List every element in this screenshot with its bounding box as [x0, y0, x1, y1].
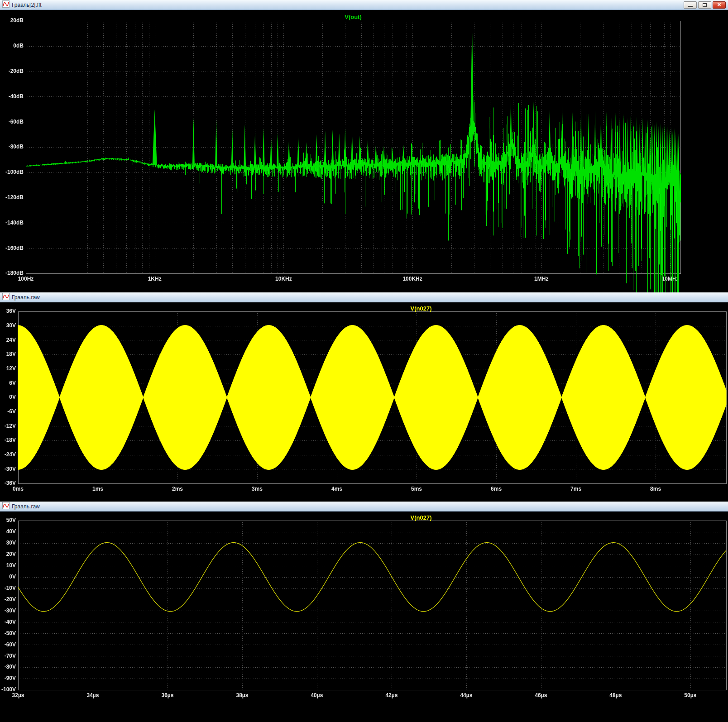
window-sine: Грааль.raw V(n027) [0, 502, 728, 722]
window-title: Грааль.raw [12, 503, 40, 510]
close-button[interactable]: ✕ [713, 1, 726, 9]
titlebar-sine[interactable]: Грааль.raw [0, 502, 728, 512]
restore-button[interactable] [698, 1, 711, 9]
sine-client-area: V(n027) [0, 512, 728, 722]
waveform-icon [2, 293, 10, 302]
titlebar-envelope[interactable]: Грааль.raw [0, 292, 728, 302]
titlebar-fft[interactable]: Грааль[2].fft ✕ [0, 0, 728, 10]
waveform-icon [2, 502, 10, 511]
restore-icon [703, 3, 707, 7]
trace-label-vout[interactable]: V(out) [26, 14, 680, 20]
fft-client-area: V(out) [0, 10, 728, 292]
envelope-plot-canvas[interactable] [0, 302, 728, 502]
window-title: Грааль[2].fft [12, 2, 42, 8]
minimize-button[interactable] [684, 1, 697, 9]
sine-plot-canvas[interactable] [0, 512, 728, 722]
window-fft: Грааль[2].fft ✕ V(out) [0, 0, 728, 292]
fft-plot-canvas[interactable] [0, 10, 728, 292]
window-title: Грааль.raw [12, 294, 40, 301]
trace-label-vn027[interactable]: V(n027) [385, 305, 457, 312]
window-envelope: Грааль.raw V(n027) [0, 292, 728, 502]
ltspice-workspace: Грааль[2].fft ✕ V(out) Грааль.raw [0, 0, 728, 722]
envelope-client-area: V(n027) [0, 302, 728, 502]
trace-label-vn027[interactable]: V(n027) [385, 514, 457, 521]
window-controls: ✕ [684, 1, 726, 9]
waveform-icon [2, 0, 10, 10]
minimize-icon [688, 6, 693, 7]
